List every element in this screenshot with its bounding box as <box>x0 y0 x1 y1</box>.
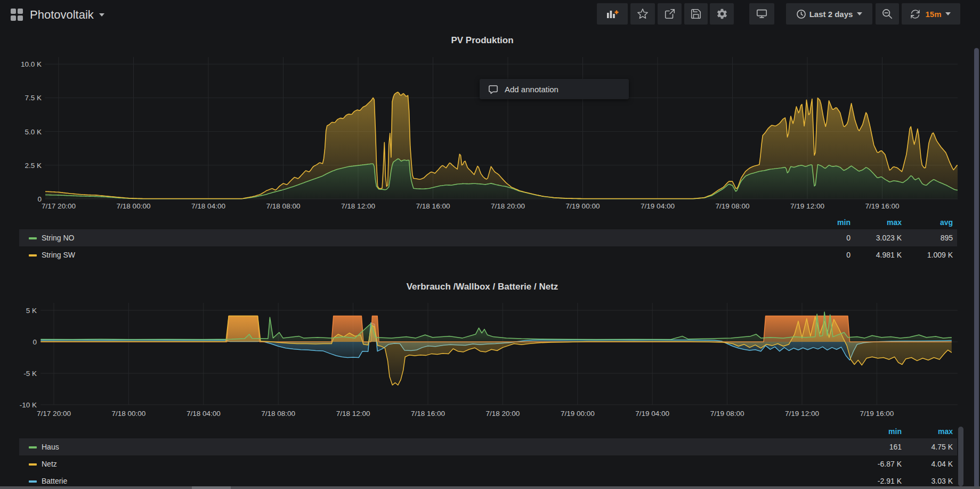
x-axis-tick-label: 7/19 12:00 <box>790 202 824 210</box>
legend-value-min: 0 <box>806 251 855 259</box>
horizontal-scrollbar[interactable] <box>0 486 980 489</box>
x-axis-tick-label: 7/18 16:00 <box>416 202 450 210</box>
series-color-swatch[interactable] <box>29 480 37 483</box>
x-axis-tick-label: 7/19 00:00 <box>566 202 600 210</box>
x-axis-tick-label: 7/19 08:00 <box>710 410 744 418</box>
gear-icon <box>716 8 728 20</box>
dashboard-title: Photovoltaik <box>30 8 94 22</box>
add-annotation-popup[interactable]: Add annotation <box>480 79 629 99</box>
clock-icon <box>796 9 806 19</box>
series-label[interactable]: Netz <box>42 460 57 469</box>
legend-value-avg: 895 <box>906 234 957 242</box>
x-axis-tick-label: 7/18 12:00 <box>341 202 375 210</box>
chevron-down-icon <box>857 12 862 15</box>
save-button[interactable] <box>684 3 708 25</box>
series-label[interactable]: String SW <box>42 251 75 260</box>
time-range-label: Last 2 days <box>809 10 853 19</box>
x-axis-tick-label: 7/19 08:00 <box>716 202 750 210</box>
series-color-swatch[interactable] <box>29 463 37 466</box>
y-axis-tick-label: 2.5 K <box>25 162 42 170</box>
series-label[interactable]: Haus <box>42 443 59 452</box>
add-panel-button[interactable] <box>597 3 628 25</box>
comment-bubble-icon <box>488 84 498 94</box>
star-button[interactable] <box>630 3 655 25</box>
legend-value-max: 3.03 K <box>906 477 957 485</box>
series-label[interactable]: String NO <box>42 234 74 243</box>
verbrauch-chart[interactable]: 5 K0-5 K-10 K7/17 20:007/18 00:007/18 04… <box>0 296 970 422</box>
x-axis-tick-label: 7/18 16:00 <box>411 410 445 418</box>
chevron-down-icon <box>945 12 951 15</box>
series-color-swatch[interactable] <box>29 237 37 239</box>
x-axis-tick-label: 7/18 08:00 <box>261 410 295 418</box>
x-axis-tick-label: 7/18 20:00 <box>491 202 525 210</box>
y-axis-tick-label: 10.0 K <box>21 60 42 68</box>
legend-sort-avg[interactable]: avg <box>906 218 957 227</box>
x-axis-tick-label: 7/17 20:00 <box>37 410 71 418</box>
panel-title-verbrauch[interactable]: Verbrauch /Wallbox / Batterie / Netz <box>0 282 965 292</box>
legend-value-max: 4.04 K <box>906 460 957 468</box>
y-axis-tick-label: -10 K <box>20 401 37 409</box>
x-axis-tick-label: 7/18 20:00 <box>485 410 520 418</box>
add-annotation-label: Add annotation <box>505 85 558 94</box>
legend-sort-max[interactable]: max <box>855 218 906 227</box>
x-axis-tick-label: 7/19 00:00 <box>561 410 595 418</box>
y-axis-tick-label: 0 <box>37 195 42 203</box>
panel-title-pv-produktion[interactable]: PV Produktion <box>0 35 965 46</box>
horizontal-scrollbar-thumb[interactable] <box>192 486 231 489</box>
dashboard-grid-icon[interactable] <box>11 9 23 21</box>
refresh-picker[interactable]: 15m <box>902 3 960 25</box>
y-axis-tick-label: 5 K <box>26 307 37 315</box>
x-axis-tick-label: 7/17 20:00 <box>42 202 76 210</box>
series-color-swatch[interactable] <box>29 254 37 256</box>
legend-sort-min[interactable]: min <box>806 218 855 227</box>
legend-header-row: minmaxavg <box>19 215 957 229</box>
add-panel-icon <box>605 8 619 20</box>
legend-row-string-no[interactable]: String NO03.023 K895 <box>19 229 957 246</box>
legend-value-avg: 1.009 K <box>906 251 957 259</box>
legend-value-min: -6.87 K <box>857 460 906 468</box>
series-label[interactable]: Batterie <box>42 477 67 486</box>
x-axis-tick-label: 7/19 12:00 <box>785 410 819 418</box>
x-axis-tick-label: 7/19 04:00 <box>641 202 675 210</box>
legend-scrollbar-thumb[interactable] <box>958 427 963 486</box>
legend-sort-min[interactable]: min <box>857 427 906 436</box>
y-axis-tick-label: -5 K <box>23 370 37 378</box>
x-axis-tick-label: 7/18 00:00 <box>111 410 145 418</box>
y-axis-tick-label: 7.5 K <box>25 94 42 102</box>
legend-value-min: 0 <box>806 234 855 242</box>
dashboard-title-dropdown[interactable]: Photovoltaik <box>30 0 104 30</box>
pv-produktion-chart[interactable]: 10.0 K7.5 K5.0 K2.5 K07/17 20:007/18 00:… <box>0 51 970 217</box>
zoom-out-button[interactable] <box>876 3 899 25</box>
verbrauch-legend: minmaxHaus1614.75 KNetz-6.87 K4.04 KBatt… <box>19 424 957 489</box>
star-icon <box>637 8 649 20</box>
legend-row-netz[interactable]: Netz-6.87 K4.04 K <box>19 455 957 472</box>
legend-value-max: 4.981 K <box>855 251 906 259</box>
x-axis-tick-label: 7/18 04:00 <box>187 410 221 418</box>
legend-row-string-sw[interactable]: String SW04.981 K1.009 K <box>19 246 957 263</box>
legend-sort-max[interactable]: max <box>906 427 957 436</box>
series-color-swatch[interactable] <box>29 446 37 448</box>
legend-row-haus[interactable]: Haus1614.75 K <box>19 438 957 455</box>
legend-value-max: 4.75 K <box>906 443 957 451</box>
legend-header-row: minmax <box>19 424 957 438</box>
cycle-view-button[interactable] <box>749 3 774 25</box>
y-axis-tick-label: 0 <box>33 338 37 346</box>
share-button[interactable] <box>658 3 682 25</box>
x-axis-tick-label: 7/18 08:00 <box>266 202 301 210</box>
legend-value-min: -2.91 K <box>857 477 906 485</box>
refresh-interval-label: 15m <box>925 10 941 19</box>
time-range-picker[interactable]: Last 2 days <box>786 3 872 25</box>
x-axis-tick-label: 7/19 04:00 <box>635 410 669 418</box>
x-axis-tick-label: 7/19 16:00 <box>860 410 894 418</box>
zoom-out-icon <box>881 8 893 20</box>
settings-button[interactable] <box>710 3 734 25</box>
chevron-down-icon <box>99 13 104 17</box>
legend-value-max: 3.023 K <box>855 234 906 242</box>
monitor-icon <box>756 8 768 20</box>
x-axis-tick-label: 7/18 12:00 <box>336 410 370 418</box>
page-scrollbar-thumb[interactable] <box>974 48 979 489</box>
x-axis-tick-label: 7/18 00:00 <box>117 202 151 210</box>
share-icon <box>664 8 676 20</box>
x-axis-tick-label: 7/18 04:00 <box>191 202 225 210</box>
y-axis-tick-label: 5.0 K <box>25 128 42 136</box>
